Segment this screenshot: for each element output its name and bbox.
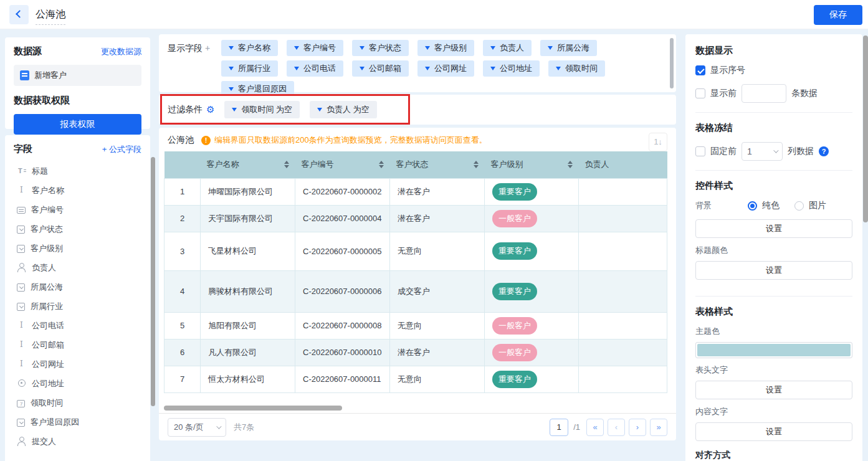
display-fields-card: 显示字段+ 客户名称客户编号客户状态客户级别负责人所属公海所属行业公司电话公司邮… [159, 34, 676, 92]
sort-order-icon[interactable]: 1↓ [649, 133, 667, 151]
display-field-tag[interactable]: 客户编号 [287, 40, 343, 56]
display-field-tag[interactable]: 客户级别 [417, 40, 474, 56]
filter-card: 过滤条件 ⚙ 领取时间 为空负责人 为空 [159, 95, 676, 125]
field-item[interactable]: 标题 [14, 161, 141, 181]
add-formula-field-link[interactable]: + 公式字段 [102, 144, 141, 155]
datasource-item[interactable]: 新增客户 [14, 65, 141, 86]
customer-code-cell: C-20220607-0000010 [295, 339, 390, 366]
show-first-input[interactable] [742, 84, 786, 103]
owner-cell [579, 366, 667, 392]
customer-level-cell: 一般客户 [485, 205, 579, 232]
field-item[interactable]: 所属公海 [14, 277, 141, 297]
sort-carets-icon[interactable] [474, 161, 479, 168]
column-header[interactable]: 客户级别 [485, 151, 579, 178]
header-text-set-button[interactable]: 设置 [695, 381, 852, 399]
save-button[interactable]: 保存 [814, 5, 862, 25]
display-field-tag[interactable]: 客户名称 [221, 40, 278, 56]
display-fields-scrollbar[interactable] [670, 38, 674, 88]
caret-down-icon [229, 46, 234, 50]
sort-carets-icon[interactable] [379, 161, 384, 168]
row-index-cell: 3 [165, 232, 201, 270]
fields-title: 字段 [14, 143, 32, 155]
display-field-tag[interactable]: 所属行业 [221, 60, 278, 77]
field-item[interactable]: 客户状态 [14, 219, 141, 239]
gear-icon[interactable]: ⚙ [206, 104, 214, 115]
level-badge: 一般客户 [492, 317, 537, 335]
content-text-set-button[interactable]: 设置 [695, 422, 852, 441]
number-icon [17, 207, 26, 214]
filter-condition-tag[interactable]: 领取时间 为空 [224, 101, 300, 118]
column-header[interactable]: 客户状态 [390, 151, 485, 178]
field-item[interactable]: 客户退回原因 [14, 412, 141, 432]
change-datasource-link[interactable]: 更改数据源 [101, 46, 141, 57]
display-field-tag[interactable]: 客户状态 [352, 40, 409, 56]
freeze-count-select[interactable]: 1 [742, 142, 783, 161]
customer-status-cell: 成交客户 [390, 270, 485, 312]
display-fields-tags: 客户名称客户编号客户状态客户级别负责人所属公海所属行业公司电话公司邮箱公司网址公… [221, 40, 657, 87]
field-item[interactable]: 客户级别 [14, 239, 141, 258]
field-item[interactable]: 负责人 [14, 258, 141, 277]
table-header-row: 客户名称客户编号客户状态客户级别负责人 [165, 151, 667, 178]
display-field-tag[interactable]: 公司邮箱 [352, 60, 409, 77]
field-item[interactable]: 公司电话 [14, 316, 141, 335]
theme-color-swatch[interactable] [695, 342, 852, 358]
field-item[interactable]: 所属行业 [14, 297, 141, 316]
solid-color-radio[interactable] [748, 201, 757, 211]
add-display-field-icon[interactable]: + [205, 43, 210, 53]
display-field-tag[interactable]: 公司地址 [483, 60, 540, 77]
field-item[interactable]: 客户名称 [14, 181, 141, 200]
first-page-button[interactable]: « [586, 419, 604, 436]
page-number-input[interactable] [550, 419, 568, 436]
back-button[interactable] [9, 5, 29, 24]
select-icon [17, 283, 25, 292]
customer-code-cell: C-20220607-0000008 [295, 312, 390, 339]
title-color-set-button[interactable]: 设置 [695, 261, 852, 280]
field-item[interactable]: 公司网址 [14, 354, 141, 374]
column-header[interactable]: 客户名称 [201, 151, 295, 178]
table-row: 7恒太方材料公司C-20220607-0000011无意向重要客户 [165, 366, 667, 392]
right-panel-scrollbar[interactable] [863, 36, 868, 222]
page-title[interactable]: 公海池 [36, 8, 65, 25]
sort-carets-icon[interactable] [284, 161, 289, 168]
background-set-button[interactable]: 设置 [695, 219, 852, 238]
page-total-label: /1 [573, 422, 580, 432]
display-field-tag[interactable]: 公司网址 [417, 60, 474, 77]
divider [695, 170, 852, 171]
left-panel-scrollbar[interactable] [151, 157, 155, 406]
table-horizontal-scrollbar[interactable] [164, 406, 342, 411]
display-field-tag[interactable]: 所属公海 [540, 40, 597, 56]
column-header[interactable]: 负责人 [579, 151, 667, 178]
customer-code-cell: C-20220607-0000004 [295, 205, 390, 232]
field-item[interactable]: 客户编号 [14, 200, 141, 219]
field-item[interactable]: 公司邮箱 [14, 335, 141, 354]
field-label: 公司邮箱 [32, 340, 64, 351]
freeze-checkbox[interactable] [695, 146, 705, 156]
customer-name-cell: 旭阳有限公司 [201, 312, 295, 339]
next-page-button[interactable]: › [629, 419, 646, 436]
tag-label: 公司网址 [434, 63, 467, 74]
column-header[interactable]: 客户编号 [295, 151, 390, 178]
display-field-tag[interactable]: 领取时间 [548, 60, 605, 77]
prev-page-button[interactable]: ‹ [608, 419, 625, 436]
show-index-checkbox[interactable] [695, 65, 705, 75]
table-row: 1坤曜国际有限公司C-20220607-0000002潜在客户重要客户 [165, 178, 667, 205]
display-field-tag[interactable]: 负责人 [483, 40, 532, 56]
image-radio[interactable] [794, 201, 804, 211]
display-field-tag[interactable]: 公司电话 [287, 60, 343, 77]
filter-condition-tag[interactable]: 负责人 为空 [310, 101, 377, 118]
customer-level-cell: 重要客户 [485, 178, 579, 205]
divider [695, 296, 852, 297]
sort-carets-icon[interactable] [568, 161, 573, 168]
customer-level-cell: 一般客户 [485, 312, 579, 339]
field-label: 标题 [32, 166, 48, 177]
field-item[interactable]: 提交人 [14, 432, 141, 451]
field-item[interactable]: 公司地址 [14, 374, 141, 393]
last-page-button[interactable]: » [650, 419, 667, 436]
field-item[interactable]: 领取时间 [14, 393, 141, 412]
question-icon[interactable]: ? [819, 146, 829, 156]
show-first-checkbox[interactable] [695, 88, 705, 98]
settings-panel: 数据显示 显示序号 显示前 条数据 表格冻结 固定前 1 列数据 ? 控件样式 … [685, 34, 862, 461]
tag-label: 客户名称 [238, 42, 270, 54]
page-size-select[interactable]: 20 条/页 [168, 418, 226, 437]
report-permission-button[interactable]: 报表权限 [14, 114, 141, 135]
